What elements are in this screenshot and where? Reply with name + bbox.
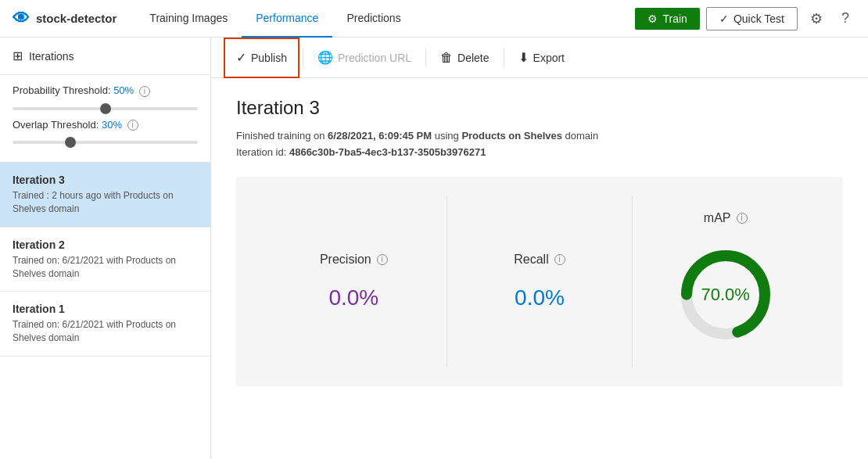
iteration-list: Iteration 3 Trained : 2 hours ago with P… — [0, 163, 210, 459]
sidebar-controls: Probability Threshold: 50% i Overlap Thr… — [0, 75, 210, 163]
checkmark-icon: ✓ — [236, 50, 246, 65]
iteration-3-title: Iteration 3 — [13, 174, 198, 186]
help-icon: ? — [841, 10, 849, 26]
iteration-item-3[interactable]: Iteration 3 Trained : 2 hours ago with P… — [0, 163, 210, 228]
probability-threshold-value: 50% — [113, 84, 134, 96]
probability-info-icon[interactable]: i — [139, 86, 150, 97]
publish-button[interactable]: ✓ Publish — [224, 38, 299, 78]
app-logo: 👁 stock-detector — [13, 9, 117, 29]
iteration-id: 4866c30b-7ba5-4ec3-b137-3505b3976271 — [289, 146, 486, 158]
iteration-2-desc: Trained on: 6/21/2021 with Products on S… — [13, 254, 198, 281]
map-info-icon[interactable]: i — [737, 213, 748, 224]
globe-icon: 🌐 — [317, 50, 333, 65]
quick-test-label: Quick Test — [733, 13, 784, 25]
precision-info-icon[interactable]: i — [377, 254, 388, 265]
export-label: Export — [533, 52, 565, 64]
nav-tabs: Training Images Performance Predictions — [135, 0, 635, 38]
iteration-item-2[interactable]: Iteration 2 Trained on: 6/21/2021 with P… — [0, 228, 210, 292]
precision-value: 0.0% — [328, 285, 378, 310]
layers-icon: ⊞ — [13, 48, 23, 63]
overlap-threshold-row: Overlap Threshold: 30% i — [13, 119, 198, 147]
iteration-1-desc: Trained on: 6/21/2021 with Products on S… — [13, 318, 198, 345]
publish-label: Publish — [251, 52, 287, 64]
recall-value: 0.0% — [515, 285, 565, 310]
overlap-info-icon[interactable]: i — [127, 120, 138, 131]
iteration-1-title: Iteration 1 — [13, 303, 198, 315]
recall-label: Recall i — [514, 253, 565, 267]
metrics-panel: Precision i 0.0% Recall i 0.0% m — [236, 177, 843, 386]
precision-label: Precision i — [320, 253, 388, 267]
iteration-item-1[interactable]: Iteration 1 Trained on: 6/21/2021 with P… — [0, 292, 210, 357]
meta-line-2: Iteration id: 4866c30b-7ba5-4ec3-b137-35… — [236, 145, 843, 161]
train-button[interactable]: ⚙ Train — [635, 8, 699, 30]
help-button[interactable]: ? — [835, 7, 855, 30]
recall-metric: Recall i 0.0% — [447, 195, 633, 368]
map-metric: mAP i 70.0% — [632, 195, 818, 368]
map-label: mAP i — [704, 211, 748, 225]
sidebar: ⊞ Iterations Probability Threshold: 50% … — [0, 38, 211, 459]
tab-performance[interactable]: Performance — [242, 0, 332, 38]
probability-threshold-row: Probability Threshold: 50% i — [13, 84, 198, 113]
check-icon: ✓ — [719, 13, 729, 25]
iteration-meta: Finished training on 6/28/2021, 6:09:45 … — [236, 128, 843, 161]
overlap-threshold-value: 30% — [102, 119, 122, 131]
separator-2 — [425, 48, 426, 67]
precision-metric: Precision i 0.0% — [261, 195, 447, 368]
prediction-url-button[interactable]: 🌐 Prediction URL — [307, 38, 422, 78]
iteration-2-title: Iteration 2 — [13, 238, 198, 251]
iteration-content: Iteration 3 Finished training on 6/28/20… — [211, 78, 868, 459]
probability-threshold-slider[interactable] — [13, 107, 198, 110]
export-button[interactable]: ⬇ Export — [508, 38, 576, 78]
separator-3 — [504, 48, 504, 67]
tab-training-images[interactable]: Training Images — [135, 0, 242, 38]
meta-line-1: Finished training on 6/28/2021, 6:09:45 … — [236, 128, 843, 145]
toolbar: ✓ Publish 🌐 Prediction URL 🗑 Delete ⬇ Ex… — [211, 38, 868, 78]
main-layout: ⊞ Iterations Probability Threshold: 50% … — [0, 38, 868, 459]
settings-button[interactable]: ⚙ — [804, 7, 829, 30]
trash-icon: 🗑 — [440, 51, 453, 65]
meta-domain: Products on Shelves — [461, 130, 562, 142]
recall-info-icon[interactable]: i — [554, 254, 565, 265]
train-label: Train — [662, 13, 687, 25]
gear-icon: ⚙ — [647, 13, 658, 25]
prediction-url-label: Prediction URL — [338, 52, 411, 64]
overlap-threshold-label: Overlap Threshold: 30% i — [13, 119, 198, 131]
nav-actions: ⚙ Train ✓ Quick Test ⚙ ? — [635, 7, 855, 30]
map-donut-value: 70.0% — [701, 285, 749, 305]
separator-1 — [303, 48, 303, 67]
tab-predictions[interactable]: Predictions — [332, 0, 414, 38]
app-name: stock-detector — [36, 12, 117, 25]
top-nav: 👁 stock-detector Training Images Perform… — [0, 0, 868, 38]
content-area: ✓ Publish 🌐 Prediction URL 🗑 Delete ⬇ Ex… — [211, 38, 868, 459]
settings-icon: ⚙ — [810, 11, 823, 27]
delete-label: Delete — [457, 52, 489, 64]
overlap-threshold-slider[interactable] — [13, 141, 198, 144]
quick-test-button[interactable]: ✓ Quick Test — [706, 7, 798, 30]
delete-button[interactable]: 🗑 Delete — [429, 38, 500, 78]
iteration-title: Iteration 3 — [236, 97, 843, 119]
probability-threshold-label: Probability Threshold: 50% i — [13, 84, 198, 97]
iterations-label: Iterations — [29, 50, 74, 63]
eye-icon: 👁 — [13, 9, 30, 29]
sidebar-header: ⊞ Iterations — [0, 38, 210, 75]
iteration-3-desc: Trained : 2 hours ago with Products on S… — [13, 189, 198, 216]
map-donut-chart: 70.0% — [675, 244, 777, 346]
meta-date: 6/28/2021, 6:09:45 PM — [328, 130, 432, 142]
export-icon: ⬇ — [518, 50, 529, 65]
